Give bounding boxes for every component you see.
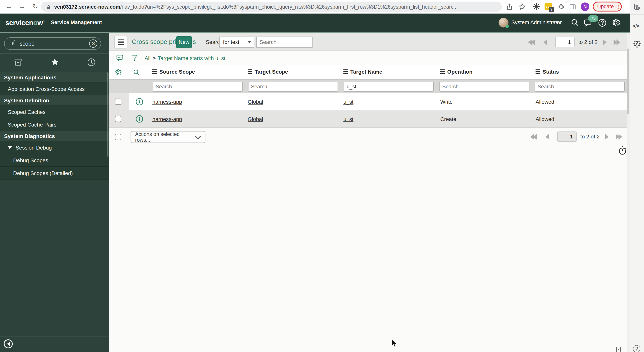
column-header-operation[interactable]: Operation <box>440 69 472 75</box>
list-context-menu-button[interactable] <box>114 36 128 48</box>
cell-operation: Write <box>440 98 453 105</box>
filter-icon[interactable] <box>132 55 138 63</box>
tab-all-applications[interactable] <box>0 54 36 70</box>
extensions-puzzle-icon[interactable] <box>557 3 564 12</box>
prev-page-button[interactable] <box>544 40 547 47</box>
url-path: /nav_to.do?uri=%2Fsys_scope_privilege_li… <box>120 4 458 10</box>
table-header-row: Source Scope Target Scope Target Name Op… <box>109 66 627 79</box>
last-page-button[interactable] <box>614 40 620 47</box>
navigator-filter-input[interactable] <box>19 40 82 47</box>
tab-favorites[interactable] <box>36 54 73 70</box>
row-checkbox[interactable] <box>115 116 121 122</box>
sidebar-item-debug-scopes[interactable]: Debug Scopes <box>0 154 109 167</box>
url-domain: ven03172.service-now.com <box>54 4 120 10</box>
breadcrumb: All > Target Name starts with u_st <box>144 51 226 66</box>
sidebar-item-debug-scopes-detailed[interactable]: Debug Scopes (Detailed) <box>0 167 109 180</box>
column-header-target-name[interactable]: Target Name <box>343 69 382 75</box>
tab-history[interactable] <box>73 54 109 70</box>
search-type-select[interactable]: for text <box>219 36 254 48</box>
cell-target-scope-link[interactable]: Global <box>248 98 263 105</box>
cell-source-scope-link[interactable]: harness-app <box>152 98 182 105</box>
page-number-input[interactable] <box>555 37 574 47</box>
column-menu-icon <box>343 70 348 74</box>
cell-target-name-link[interactable]: u_st <box>343 116 354 122</box>
sidebar-item-scoped-caches[interactable]: Scoped Caches <box>0 106 109 118</box>
page-number-input[interactable] <box>557 132 577 142</box>
first-page-button[interactable] <box>530 134 537 142</box>
next-page-button[interactable] <box>605 134 608 142</box>
collapse-navigator-button[interactable] <box>4 339 13 348</box>
padlock-icon <box>46 4 51 12</box>
filter-input-operation[interactable] <box>440 82 530 92</box>
column-header-source-scope[interactable]: Source Scope <box>152 69 195 75</box>
clear-filter-icon[interactable]: ✕ <box>89 40 97 48</box>
column-menu-icon <box>248 70 252 74</box>
screen-share-icon[interactable] <box>616 347 622 352</box>
update-label: Update <box>597 4 614 10</box>
select-all-checkbox[interactable] <box>115 134 121 140</box>
filter-input-status[interactable] <box>535 82 625 92</box>
list-search-toggle-icon[interactable] <box>133 69 140 78</box>
filter-input-target-scope[interactable] <box>248 82 338 92</box>
column-header-target-scope[interactable]: Target Scope <box>248 69 288 75</box>
page-scrollbar-thumb[interactable] <box>627 48 629 114</box>
code-panel-icon[interactable]: </> <box>633 23 639 29</box>
column-menu-icon <box>152 70 157 74</box>
browser-back-icon[interactable]: ← <box>4 2 14 12</box>
breadcrumb-filter-link[interactable]: Target Name starts with u_st <box>158 55 226 61</box>
settings-gear-icon[interactable] <box>611 18 620 29</box>
share-icon[interactable] <box>506 3 513 12</box>
global-search-icon[interactable] <box>571 18 579 28</box>
sidebar-section-system-applications[interactable]: System Applications <box>0 72 109 83</box>
browser-reload-icon[interactable]: ↻ <box>30 2 40 12</box>
star-icon <box>50 58 59 66</box>
idea-lightbulb-icon[interactable] <box>632 40 642 52</box>
sidebar-scrollbar-thumb[interactable] <box>107 72 108 156</box>
browser-profile-avatar[interactable]: N <box>581 2 590 11</box>
user-status-dot <box>506 25 509 28</box>
servicenow-logo[interactable]: servicenow™ <box>5 18 45 27</box>
side-panel-icon[interactable] <box>569 3 576 12</box>
extension-sunburst-icon[interactable] <box>533 3 540 12</box>
help-question-icon[interactable]: ? <box>633 345 640 352</box>
next-page-button[interactable] <box>603 40 606 47</box>
browser-update-button[interactable]: Update ⋮ <box>593 2 622 12</box>
record-info-icon[interactable] <box>136 98 143 107</box>
row-checkbox[interactable] <box>115 98 121 105</box>
user-menu-caret-icon[interactable] <box>555 21 559 24</box>
address-bar[interactable]: ven03172.service-now.com/nav_to.do?uri=%… <box>41 2 502 12</box>
list-personalize-gear-icon[interactable] <box>114 69 122 78</box>
prev-page-button[interactable] <box>546 134 549 142</box>
list-search-input[interactable] <box>256 36 312 48</box>
user-menu[interactable]: System Administrator <box>511 19 562 26</box>
column-header-status[interactable]: Status <box>536 69 559 75</box>
cell-source-scope-link[interactable]: harness-app <box>152 116 182 122</box>
browser-forward-icon[interactable]: → <box>17 2 27 12</box>
list-comments-icon[interactable] <box>116 55 124 63</box>
bookmark-star-icon[interactable] <box>519 3 526 12</box>
sidebar-section-system-diagnostics[interactable]: System Diagnostics <box>0 131 109 142</box>
right-rail <box>630 0 644 352</box>
record-info-icon[interactable] <box>136 115 143 124</box>
breadcrumb-all-link[interactable]: All <box>144 55 150 61</box>
cell-target-name-link[interactable]: u_st <box>343 98 354 105</box>
sidebar-item-session-debug[interactable]: Session Debug <box>0 141 109 154</box>
sidebar-item-application-cross-scope-access[interactable]: Application Cross-Scope Access <box>0 83 109 95</box>
first-page-button[interactable] <box>528 40 535 47</box>
filter-input-source-scope[interactable] <box>153 82 243 92</box>
actions-on-rows-select[interactable]: Actions on selected rows... <box>130 131 205 143</box>
product-label: Service Management <box>51 20 102 26</box>
cell-status: Allowed <box>536 98 554 105</box>
cell-operation: Create <box>440 116 456 122</box>
navigator-filter[interactable]: ✕ <box>4 38 101 50</box>
filter-input-target-name[interactable] <box>344 82 434 92</box>
sidebar-item-scoped-cache-pairs[interactable]: Scoped Cache Pairs <box>0 118 109 131</box>
column-menu-icon <box>536 70 540 74</box>
response-time-stopwatch-icon[interactable] <box>618 146 627 157</box>
cell-target-scope-link[interactable]: Global <box>248 116 263 122</box>
sidebar-section-system-definition[interactable]: System Definition <box>0 95 109 106</box>
reading-list-icon[interactable] <box>633 3 641 12</box>
new-button[interactable]: New <box>176 36 192 48</box>
last-page-button[interactable] <box>616 134 622 142</box>
help-icon[interactable] <box>598 18 606 29</box>
